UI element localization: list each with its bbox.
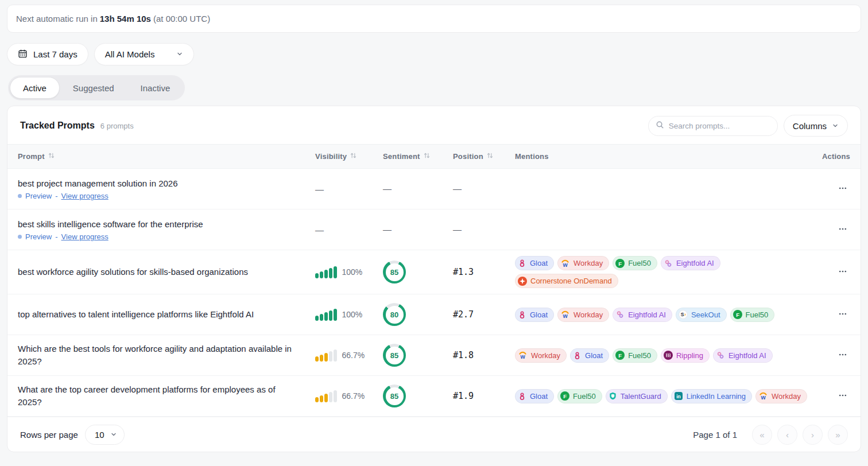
row-actions-button[interactable] [835,222,850,238]
search-box[interactable] [648,116,778,136]
sentiment-value: 80 [383,303,406,326]
ai-models-select[interactable]: All AI Models [94,43,195,65]
row-actions-button[interactable] [835,347,850,364]
chevron-down-icon [832,121,839,131]
visibility-bar [320,395,323,402]
rows-per-page-value: 10 [95,430,104,440]
mention-label: LinkedIn Learning [687,392,746,401]
search-input[interactable] [669,122,770,130]
sentiment-gauge: 85 [383,385,406,407]
mention-badge-fuel50[interactable]: FFuel50 [613,256,657,270]
preview-status: Preview-View progress [18,192,301,200]
visibility-bars-icon [315,266,337,278]
mention-badge-eightfold-ai[interactable]: Eightfold AI [613,308,672,322]
linkedin-learning-icon: in [674,391,683,401]
mention-badge-linkedin-learning[interactable]: inLinkedIn Learning [671,389,752,403]
mention-badge-fuel50[interactable]: FFuel50 [557,389,602,403]
next-run-banner: Next automatic run in 13h 54m 10s (at 00… [7,5,861,33]
view-progress-link[interactable]: View progress [61,232,108,241]
sentiment-value: 85 [383,261,406,284]
sort-icon[interactable] [350,152,357,161]
mention-badge-eightfold-ai[interactable]: Eightfold AI [713,348,773,363]
visibility-bar [324,353,328,362]
mention-badge-workday[interactable]: wWorkday [557,256,609,270]
mention-badge-cornerstone-ondemand[interactable]: Cornerstone OnDemand [515,274,618,288]
visibility-cell: — [315,184,383,194]
mention-badge-eightfold-ai[interactable]: Eightfold AI [661,256,720,270]
mention-badge-fuel50[interactable]: FFuel50 [613,348,657,363]
tracked-prompts-card: Tracked Prompts 6 prompts Columns Prompt… [7,106,861,452]
row-actions-button[interactable] [835,388,850,405]
visibility-bar [315,397,319,402]
sentiment-value: 85 [383,344,406,367]
search-icon [656,121,664,131]
mention-badge-seekout[interactable]: S›SeekOut [676,308,727,322]
visibility-bar [315,316,319,321]
prompt-text: Which are the best tools for workforce a… [18,343,301,368]
row-actions-button[interactable] [835,264,850,281]
column-header-actions: Actions [822,152,850,161]
prompt-text: best skills intelligence software for th… [18,218,301,231]
visibility-percent: 66.7% [342,351,365,360]
prompt-cell: best skills intelligence software for th… [18,211,315,248]
prompt-cell: best project management solution in 2026… [18,170,315,208]
status-tabs: ActiveSuggestedInactive [8,75,185,100]
empty-value: — [453,184,462,193]
rows-per-page-select[interactable]: 10 [85,425,125,445]
column-header-prompt[interactable]: Prompt [18,152,315,161]
mention-badge-fuel50[interactable]: FFuel50 [730,308,775,322]
columns-button[interactable]: Columns [784,115,848,137]
mention-badge-gloat[interactable]: Gloat [515,389,554,403]
visibility-bars-icon [315,309,337,321]
svg-text:w: w [760,394,766,401]
row-actions-button[interactable] [835,181,850,197]
next-run-countdown: 13h 54m 10s [100,14,151,24]
sentiment-cell: — [383,224,453,235]
mention-badge-workday[interactable]: wWorkday [557,308,609,322]
mentions-cell [515,224,822,235]
gloat-icon [518,259,526,267]
talentguard-icon [609,391,617,401]
sort-icon[interactable] [48,152,55,161]
previous-page-button[interactable]: ‹ [777,425,797,445]
sort-icon[interactable] [486,152,494,161]
row-actions-button[interactable] [835,306,850,323]
column-header-position[interactable]: Position [453,152,515,161]
visibility-percent: 66.7% [342,391,365,401]
mention-label: SeekOut [691,310,720,319]
tab-suggested[interactable]: Suggested [60,77,127,99]
tab-active[interactable]: Active [10,77,60,99]
next-page-button[interactable]: › [803,425,823,445]
column-header-sentiment[interactable]: Sentiment [383,152,453,161]
preview-label: Preview [25,192,52,200]
visibility-bar [324,312,328,321]
mention-badge-talentguard[interactable]: TalentGuard [606,389,668,403]
mention-badge-gloat[interactable]: Gloat [515,308,554,322]
tab-inactive[interactable]: Inactive [127,77,184,99]
mention-badge-rippling[interactable]: Rippling [661,348,710,363]
first-page-button[interactable]: « [752,425,772,445]
visibility-bar [334,266,337,278]
seekout-icon: S› [679,310,688,319]
rippling-icon [664,351,673,360]
mention-badge-workday[interactable]: wWorkday [755,389,807,403]
column-header-visibility[interactable]: Visibility [315,152,383,161]
mention-badge-gloat[interactable]: Gloat [515,256,554,270]
prompt-text: best project management solution in 2026 [18,177,301,190]
sort-icon[interactable] [423,152,431,161]
view-progress-link[interactable]: View progress [61,192,108,200]
more-actions-icon [838,309,848,321]
mention-label: Eightfold AI [676,259,714,267]
workday-icon: w [518,351,528,360]
last-page-button[interactable]: » [828,425,848,445]
table-body: best project management solution in 2026… [7,169,861,417]
mention-badge-gloat[interactable]: Gloat [570,348,609,363]
svg-text:w: w [520,353,525,360]
mention-label: Workday [772,392,801,401]
date-range-button[interactable]: Last 7 days [7,43,88,65]
table-header-row: PromptVisibilitySentimentPositionMention… [7,144,861,169]
mention-badge-workday[interactable]: wWorkday [515,348,567,363]
sentiment-cell: 80 [383,303,453,326]
more-actions-icon [838,224,848,236]
fuel50-icon: F [733,310,742,319]
